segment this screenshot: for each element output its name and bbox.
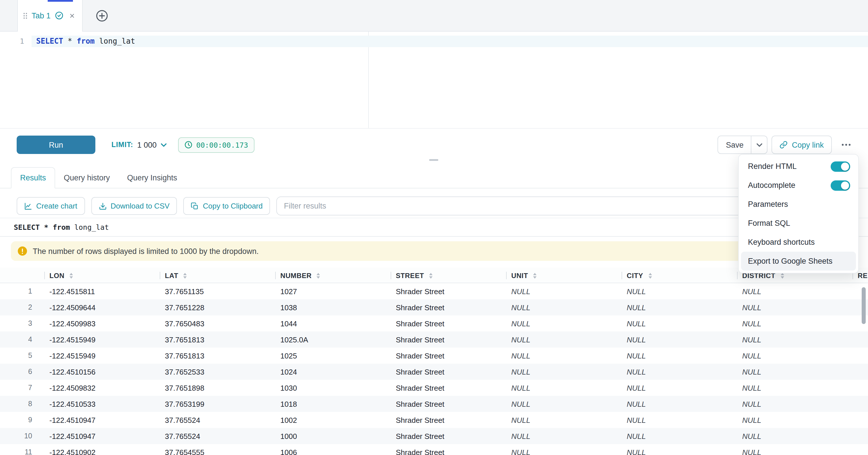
row-number-cell: 11	[0, 448, 44, 455]
table-row[interactable]: 8-122.451053337.76531991018Shrader Stree…	[0, 396, 868, 412]
banner-text: The number of rows displayed is limited …	[33, 247, 258, 255]
editor-tab-bar: Tab 1	[0, 0, 868, 32]
limit-dropdown[interactable]: LIMIT: 1 000	[112, 141, 166, 149]
column-header-lon[interactable]: LON	[44, 268, 160, 283]
menu-item-export-google-sheets[interactable]: Export to Google Sheets	[741, 252, 856, 271]
saved-check-icon	[55, 11, 64, 20]
table-row[interactable]: 9-122.451094737.7655241002Shrader Street…	[0, 412, 868, 428]
table-cell: NULL	[622, 287, 737, 296]
menu-item-parameters[interactable]: Parameters	[741, 195, 856, 214]
menu-item-format-sql[interactable]: Format SQL	[741, 214, 856, 233]
create-chart-label: Create chart	[36, 202, 77, 210]
menu-item-render-html[interactable]: Render HTML	[741, 157, 856, 176]
table-row[interactable]: 7-122.450983237.76518981030Shrader Stree…	[0, 380, 868, 396]
table-cell: NULL	[622, 319, 737, 328]
table-cell: 1024	[275, 367, 391, 376]
tab-label: Tab 1	[32, 11, 51, 20]
editor-tab[interactable]: Tab 1	[17, 0, 83, 31]
table-cell: NULL	[506, 319, 622, 328]
table-cell: -122.4515949	[44, 335, 160, 344]
tab-query-insights[interactable]: Query Insights	[119, 167, 186, 188]
table-cell: NULL	[622, 303, 737, 312]
autocomplete-toggle[interactable]	[831, 180, 850, 190]
table-cell: NULL	[506, 351, 622, 360]
add-tab-button[interactable]	[95, 9, 108, 22]
menu-item-keyboard-shortcuts[interactable]: Keyboard shortcuts	[741, 233, 856, 252]
table-cell: 37.7651898	[160, 384, 275, 392]
sort-icon	[780, 273, 784, 278]
menu-item-autocomplete[interactable]: Autocomplete	[741, 176, 856, 195]
panel-resize-handle[interactable]	[429, 159, 438, 161]
warning-icon	[18, 246, 27, 256]
table-cell: NULL	[737, 400, 852, 408]
column-header-number[interactable]: NUMBER	[275, 268, 391, 283]
table-cell: Shrader Street	[391, 432, 506, 441]
table-cell: -122.4510947	[44, 432, 160, 441]
table-cell: 37.7651813	[160, 335, 275, 344]
table-cell: 1030	[275, 384, 391, 392]
timer-value: 00:00:00.173	[196, 141, 248, 149]
run-button[interactable]: Run	[17, 135, 95, 154]
close-icon	[69, 12, 75, 19]
save-button[interactable]: Save	[718, 135, 752, 154]
chevron-down-icon	[161, 143, 166, 147]
active-tab-indicator	[48, 0, 73, 1]
column-label: UNIT	[511, 271, 528, 279]
table-row[interactable]: 4-122.451594937.76518131025.0AShrader St…	[0, 332, 868, 347]
table-row[interactable]: 3-122.450998337.76504831044Shrader Stree…	[0, 315, 868, 332]
column-header-unit[interactable]: UNIT	[506, 268, 622, 283]
table-row[interactable]: 1-122.451581137.76511351027Shrader Stree…	[0, 283, 868, 299]
render-html-toggle[interactable]	[831, 161, 850, 172]
sql-editor[interactable]: 1 SELECT * from long_lat	[0, 32, 868, 129]
tab-query-history[interactable]: Query history	[55, 167, 119, 188]
table-cell: 1006	[275, 448, 391, 455]
table-cell: NULL	[506, 303, 622, 312]
more-options-button[interactable]	[836, 135, 856, 154]
row-number-cell: 1	[0, 287, 44, 295]
vertical-scrollbar-thumb[interactable]	[862, 287, 866, 324]
table-cell: 1025	[275, 351, 391, 360]
copy-clipboard-button[interactable]: Copy to Clipboard	[183, 197, 270, 215]
table-cell: NULL	[622, 448, 737, 455]
toggle-knob	[841, 162, 849, 170]
menu-item-label: Format SQL	[748, 219, 850, 228]
table-cell: 37.7654555	[160, 448, 275, 455]
copy-link-button[interactable]: Copy link	[772, 135, 832, 154]
download-csv-label: Download to CSV	[111, 202, 169, 210]
table-cell: NULL	[622, 400, 737, 408]
table-cell: -122.4515811	[44, 287, 160, 296]
column-label: LON	[50, 271, 64, 279]
table-cell: NULL	[737, 351, 852, 360]
table-cell: 1000	[275, 432, 391, 441]
table-body: 1-122.451581137.76511351027Shrader Stree…	[0, 283, 868, 455]
table-row[interactable]: 5-122.451594937.76518131025Shrader Stree…	[0, 347, 868, 364]
column-header-street[interactable]: STREET	[391, 268, 506, 283]
table-header-row: LON LAT NUMBER STREET UNIT CITY DISTRICT…	[0, 268, 868, 283]
table-row[interactable]: 11-122.451090237.76545551006Shrader Stre…	[0, 444, 868, 455]
table-row[interactable]: 6-122.451015637.76525331024Shrader Stree…	[0, 364, 868, 380]
table-row[interactable]: 10-122.451094737.7655241000Shrader Stree…	[0, 428, 868, 444]
close-tab-button[interactable]	[68, 11, 76, 20]
table-cell: 37.765524	[160, 416, 275, 424]
tab-drag-handle-icon[interactable]	[23, 12, 28, 19]
column-label: RE	[858, 271, 868, 279]
table-cell: NULL	[506, 335, 622, 344]
column-header-lat[interactable]: LAT	[160, 268, 275, 283]
table-cell: NULL	[506, 287, 622, 296]
table-row[interactable]: 2-122.450964437.76512281038Shrader Stree…	[0, 299, 868, 315]
table-cell: Shrader Street	[391, 351, 506, 360]
plus-circle-icon	[95, 9, 108, 22]
menu-item-label: Autocomplete	[748, 181, 831, 189]
table-cell: NULL	[506, 416, 622, 424]
save-options-button[interactable]	[751, 135, 768, 154]
table-cell: Shrader Street	[391, 319, 506, 328]
table-cell: NULL	[622, 432, 737, 441]
tab-results[interactable]: Results	[11, 167, 55, 188]
column-header-city[interactable]: CITY	[622, 268, 737, 283]
table-cell: Shrader Street	[391, 303, 506, 312]
download-csv-button[interactable]: Download to CSV	[91, 197, 177, 215]
editor-gutter: 1	[0, 36, 32, 47]
table-cell: -122.4515949	[44, 351, 160, 360]
create-chart-button[interactable]: Create chart	[17, 197, 85, 215]
table-cell: -122.4509832	[44, 384, 160, 392]
